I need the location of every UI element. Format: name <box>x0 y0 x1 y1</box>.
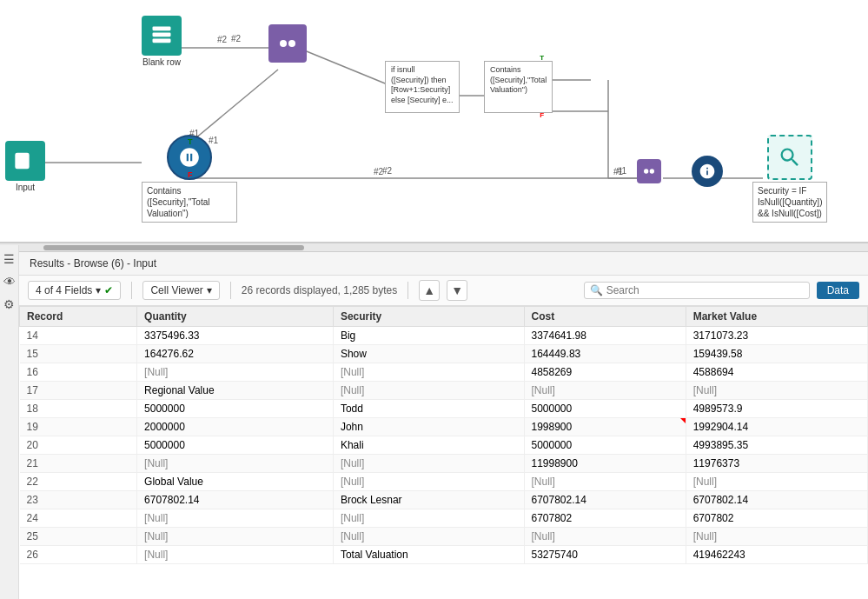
cell-cost: 5000000 <box>524 436 686 455</box>
svg-point-24 <box>288 40 295 47</box>
records-info: 26 records displayed, 1,285 bytes <box>242 284 397 296</box>
connector-label-2: #2 <box>217 35 227 44</box>
cell-record: 15 <box>20 345 137 363</box>
cell-market-value: 159439.58 <box>686 345 867 363</box>
cell-market-value: 6707802 <box>686 509 867 528</box>
cell-market-value: 419462243 <box>686 546 867 564</box>
cell-record: 18 <box>20 400 137 418</box>
table-row[interactable]: 236707802.14Brock Lesnar6707802.14670780… <box>20 491 868 509</box>
cell-cost: 11998900 <box>524 455 686 473</box>
svg-rect-20 <box>17 156 28 157</box>
search-container: 🔍 <box>584 282 810 299</box>
table-row[interactable]: 185000000Todd50000004989573.9 <box>20 400 868 418</box>
svg-rect-21 <box>17 160 28 162</box>
cell-cost: 4858269 <box>524 363 686 382</box>
cell-record: 14 <box>20 327 137 345</box>
cell-cost: 6707802 <box>524 509 686 528</box>
table-row[interactable]: 21[Null][Null]1199890011976373 <box>20 455 868 473</box>
workflow-canvas[interactable]: #2 #1 #2 #1 Blank row <box>0 0 868 243</box>
contains-2-node[interactable]: Contains([Security],"TotalValuation") T … <box>484 61 553 113</box>
table-row[interactable]: 22Global Value[Null][Null][Null] <box>20 473 868 491</box>
left-sidebar: ☰ 👁 ⚙ <box>0 245 19 599</box>
blank-row-node[interactable]: Blank row <box>142 16 182 67</box>
table-row[interactable]: 192000000John19989001992904.14 <box>20 418 868 436</box>
table-row[interactable]: 143375496.33Big3374641.983171073.23 <box>20 327 868 345</box>
sidebar-settings-icon[interactable]: ⚙ <box>3 297 17 311</box>
table-row[interactable]: 24[Null][Null]67078026707802 <box>20 509 868 528</box>
col-record: Record <box>20 307 137 327</box>
table-row[interactable]: 15164276.62Show164449.83159439.58 <box>20 345 868 363</box>
join-1-node[interactable] <box>268 24 307 63</box>
cell-market-value: 4993895.35 <box>686 436 867 455</box>
join-2-node[interactable] <box>637 159 661 183</box>
col-market-value: Market Value <box>686 307 867 327</box>
cell-market-value: 1992904.14 <box>686 418 867 436</box>
cell-market-value: 11976373 <box>686 455 867 473</box>
table-row[interactable]: 205000000Khali50000004993895.35 <box>20 436 868 455</box>
col-quantity: Quantity <box>137 307 334 327</box>
table-row[interactable]: 26[Null]Total Valuation53275740419462243 <box>20 546 868 564</box>
cell-market-value: [Null] <box>686 382 867 400</box>
cell-security: [Null] <box>333 473 524 491</box>
cell-security: Show <box>333 345 524 363</box>
sidebar-menu-icon[interactable]: ☰ <box>3 252 17 266</box>
cell-record: 19 <box>20 418 137 436</box>
cell-quantity: 5000000 <box>137 436 334 455</box>
cell-record: 23 <box>20 491 137 509</box>
svg-rect-22 <box>17 164 24 166</box>
formula-1-node[interactable]: if isnull([Security]) then[Row+1:Securit… <box>385 61 460 113</box>
results-table: Record Quantity Security Cost Market Val… <box>19 306 868 564</box>
cell-quantity: [Null] <box>137 455 334 473</box>
t-label-1: T <box>188 137 193 146</box>
browse-label: Security = IFIsNull([Quantity])&& IsNull… <box>752 182 827 223</box>
f-label-1: F <box>188 170 193 179</box>
search-input[interactable] <box>606 284 804 296</box>
cell-cost: 3374641.98 <box>524 327 686 345</box>
sort-up-button[interactable]: ▲ <box>419 280 440 301</box>
cell-security: [Null] <box>333 363 524 382</box>
col-security: Security <box>333 307 524 327</box>
input-node[interactable]: Input <box>5 141 45 192</box>
table-row[interactable]: 16[Null][Null]48582694588694 <box>20 363 868 382</box>
table-row[interactable]: 25[Null][Null][Null][Null] <box>20 528 868 546</box>
cell-security: John <box>333 418 524 436</box>
table-row[interactable]: 17Regional Value[Null][Null][Null] <box>20 382 868 400</box>
sidebar-eye-icon[interactable]: 👁 <box>3 275 17 289</box>
connector-label-2b: #2 <box>374 167 383 176</box>
cell-viewer-dropdown[interactable]: Cell Viewer ▾ <box>142 281 219 300</box>
cell-record: 20 <box>20 436 137 455</box>
cell-quantity: [Null] <box>137 528 334 546</box>
sort-down-button[interactable]: ▼ <box>447 280 467 301</box>
cell-market-value: 4989573.9 <box>686 400 867 418</box>
cell-cost: 5000000 <box>524 400 686 418</box>
cell-security: Khali <box>333 436 524 455</box>
cell-quantity: Regional Value <box>137 382 334 400</box>
cell-quantity: [Null] <box>137 546 334 564</box>
fields-dropdown[interactable]: 4 of 4 Fields ▾ ✔ <box>28 281 121 300</box>
cell-cost: [Null] <box>524 473 686 491</box>
cell-security: Total Valuation <box>333 546 524 564</box>
toolbar-sep-1 <box>131 282 132 299</box>
data-button[interactable]: Data <box>817 282 859 299</box>
formula-1-text: if isnull([Security]) then[Row+1:Securit… <box>391 65 454 106</box>
col-cost: Cost <box>524 307 686 327</box>
cell-cost: 1998900 <box>524 418 686 436</box>
canvas-scrollbar-thumb[interactable] <box>43 245 304 250</box>
check-icon: ✔ <box>104 284 113 296</box>
cell-cost: [Null] <box>524 382 686 400</box>
cell-record: 25 <box>20 528 137 546</box>
dropdown-arrow-icon: ▾ <box>96 284 101 296</box>
svg-text:#2: #2 <box>382 166 393 176</box>
cell-security: Brock Lesnar <box>333 491 524 509</box>
cell-quantity: [Null] <box>137 363 334 382</box>
cell-record: 17 <box>20 382 137 400</box>
browse-node[interactable]: Security = IFIsNull([Quantity])&& IsNull… <box>752 135 827 223</box>
cell-record: 24 <box>20 509 137 528</box>
formula-2-node[interactable] <box>692 156 723 187</box>
contains-2-text: Contains([Security],"TotalValuation") <box>490 65 547 96</box>
cell-quantity: [Null] <box>137 509 334 528</box>
canvas-scrollbar[interactable] <box>0 243 868 252</box>
results-table-container[interactable]: Record Quantity Security Cost Market Val… <box>19 306 868 599</box>
svg-line-2 <box>298 48 394 87</box>
svg-point-26 <box>650 169 654 173</box>
